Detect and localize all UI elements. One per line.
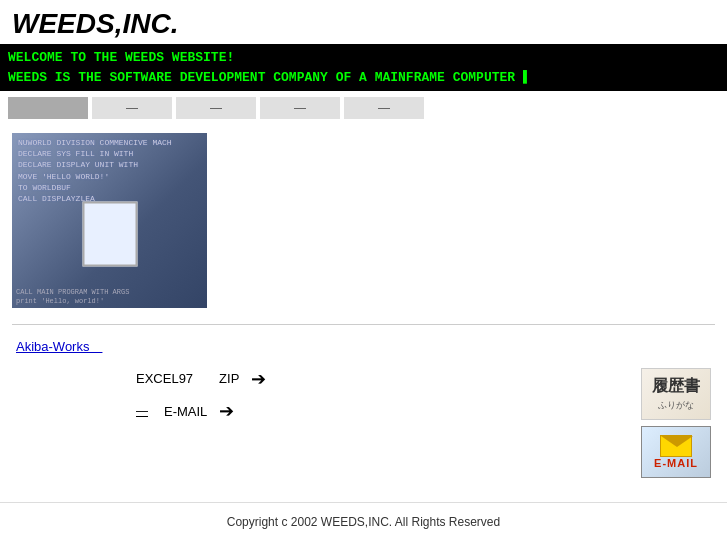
code-line3: DECLARE DISPLAY UNIT WITH [18, 159, 201, 170]
email-button[interactable]: E-MAIL [641, 426, 711, 478]
code-panel: NUWORLD DIVISION COMMENCIVE MACH DECLARE… [12, 133, 207, 308]
resume-kanji: 履歴書 [652, 376, 700, 397]
email-arrow-icon: ➔ [219, 400, 234, 422]
envelope-icon [660, 435, 692, 457]
nav-btn-3[interactable]: — [176, 97, 256, 119]
main-content: NUWORLD DIVISION COMMENCIVE MACH DECLARE… [0, 125, 727, 316]
banner-line2: WEEDS IS THE SOFTWARE DEVELOPMENT COMPAN… [8, 68, 719, 88]
nav-dash-2: — [126, 101, 138, 115]
copyright-text: Copyright c 2002 WEEDS,INC. All Rights R… [227, 515, 500, 529]
akiba-works-link[interactable]: Akiba-Works [16, 338, 102, 356]
code-line7: CALL MAIN PROGRAM WITH ARGS [16, 288, 203, 297]
lower-section: Akiba-Works EXCEL97 ZIP ➔ — E-MAIL ➔ 履歴書… [0, 333, 727, 486]
footer: Copyright c 2002 WEEDS,INC. All Rights R… [0, 502, 727, 537]
nav-btn-2[interactable]: — [92, 97, 172, 119]
email-icon-area [660, 435, 692, 457]
code-text-overlay: NUWORLD DIVISION COMMENCIVE MACH DECLARE… [12, 133, 207, 208]
info-right: 履歴書 ふりがな E-MAIL [641, 368, 711, 478]
window-cutout [82, 201, 137, 266]
navbar: — — — — [0, 91, 727, 125]
bottom-code: CALL MAIN PROGRAM WITH ARGS print 'Hello… [12, 286, 207, 308]
code-line2: DECLARE SYS FILL IN WITH [18, 148, 201, 159]
code-image: NUWORLD DIVISION COMMENCIVE MACH DECLARE… [12, 133, 207, 308]
nav-dash-3: — [210, 101, 222, 115]
code-line5: TO WORLDBUF [18, 182, 201, 193]
nav-dash-4: — [294, 101, 306, 115]
nav-btn-5[interactable]: — [344, 97, 424, 119]
envelope-flap-icon [661, 436, 693, 447]
email-btn-label: E-MAIL [654, 457, 698, 469]
code-line1: NUWORLD DIVISION COMMENCIVE MACH [18, 137, 201, 148]
code-line8: print 'Hello, world!' [16, 297, 203, 306]
email-dash: — [136, 404, 148, 418]
nav-dash-5: — [378, 101, 390, 115]
resume-button[interactable]: 履歴書 ふりがな [641, 368, 711, 420]
excel-zip-label: EXCEL97 ZIP [136, 370, 239, 388]
excel-zip-row: EXCEL97 ZIP ➔ [136, 368, 633, 390]
banner-line1: WELCOME TO THE WEEDS WEBSITE! [8, 48, 719, 68]
email-label: E-MAIL [164, 404, 207, 419]
info-table: EXCEL97 ZIP ➔ — E-MAIL ➔ 履歴書 ふりがな [16, 368, 711, 478]
nav-btn-4[interactable]: — [260, 97, 340, 119]
header-area: WEEDS,INC. [0, 0, 727, 44]
code-line4: MOVE 'HELLO WORLD!' [18, 171, 201, 182]
nav-btn-1[interactable] [8, 97, 88, 119]
info-left: EXCEL97 ZIP ➔ — E-MAIL ➔ [16, 368, 633, 422]
email-row: — E-MAIL ➔ [136, 400, 633, 422]
main-divider [12, 324, 715, 325]
resume-furigana: ふりがな [658, 399, 694, 412]
banner: WELCOME TO THE WEEDS WEBSITE! WEEDS IS T… [0, 44, 727, 91]
site-title: WEEDS,INC. [12, 8, 178, 39]
excel-arrow-icon: ➔ [251, 368, 266, 390]
